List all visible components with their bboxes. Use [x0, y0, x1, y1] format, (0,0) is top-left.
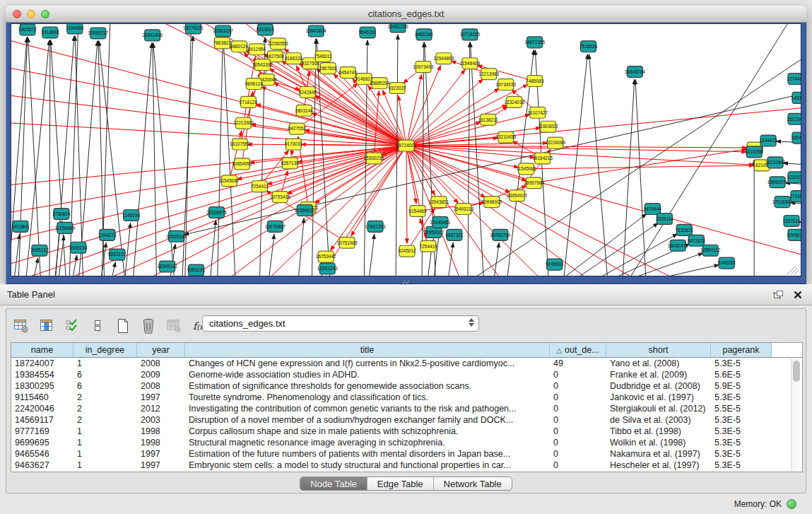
graph-node-label: 11156889	[55, 226, 75, 230]
graph-node-label: 14671355	[524, 40, 545, 45]
column-header-label: out_de...	[565, 345, 599, 355]
table-tabs: Node TableEdge TableNetwork Table	[6, 477, 806, 491]
graph-node-label: 8454749	[339, 70, 358, 75]
cell-title: Estimation of the future numbers of pati…	[185, 448, 550, 460]
cell-name: 22420046	[11, 403, 73, 414]
tab-node-table[interactable]: Node Table	[300, 477, 367, 490]
cell-out_degree: 0	[550, 460, 606, 471]
graph-node-label: 1167531	[783, 218, 801, 223]
graph-node-label: 9687321	[445, 233, 464, 238]
zoom-window-button[interactable]	[41, 10, 49, 18]
graph-node-label: 2803144	[295, 108, 314, 113]
graph-node-label: 12505185	[166, 234, 187, 239]
column-header-year[interactable]: year	[137, 343, 185, 357]
table-row[interactable]: 977716911998Corpus callosum shape and si…	[11, 426, 802, 437]
network-window-title: citations_edges.txt	[6, 8, 806, 19]
graph-node-label: 1394273	[98, 233, 117, 238]
graph-node-label: 9546261	[358, 30, 377, 35]
new-column-icon[interactable]	[114, 317, 132, 335]
graph-node-label: 8466160	[415, 32, 433, 37]
close-window-button[interactable]	[13, 10, 21, 18]
float-panel-icon[interactable]	[773, 290, 784, 299]
column-header-in_degree[interactable]: in_degree	[73, 343, 137, 357]
graph-node-label: 2405572	[18, 27, 37, 32]
table-row[interactable]: 2242004622012Investigating the contribut…	[11, 403, 802, 414]
column-header-name[interactable]: name	[11, 343, 73, 357]
column-header-short[interactable]: short	[606, 343, 711, 357]
table-panel-titlebar: Table Panel	[0, 284, 812, 305]
cell-short: Stergiakouli et al. (2012)	[606, 403, 711, 414]
close-panel-icon[interactable]	[794, 291, 802, 299]
tab-edge-table[interactable]: Edge Table	[367, 477, 434, 490]
graph-node-label: 15145451	[430, 220, 450, 225]
tab-network-table[interactable]: Network Table	[434, 477, 512, 490]
select-columns-icon[interactable]	[63, 317, 81, 335]
cell-title: Disruption of a novel member of a sodium…	[185, 414, 550, 426]
canvas-resize-grip[interactable]	[787, 266, 799, 274]
cell-short: Hescheler et al. (1997)	[606, 460, 711, 471]
column-header-out_degree[interactable]: △out_de...	[550, 343, 606, 357]
graph-node-label: 16782759	[490, 233, 510, 238]
cell-out_degree: 0	[550, 426, 606, 437]
table-selector[interactable]: citations_edges.txt	[202, 315, 479, 332]
memory-status-indicator[interactable]	[787, 499, 796, 509]
table-row[interactable]: 946554611997Estimation of the future num…	[11, 448, 802, 460]
column-header-label: short	[649, 345, 669, 355]
split-divider-handle[interactable]	[400, 280, 411, 286]
table-selector-value: citations_edges.txt	[209, 318, 286, 329]
clear-selection-icon[interactable]	[88, 317, 107, 335]
cell-name: 9699695	[11, 437, 73, 448]
cell-short: Wolkin et al. (1998)	[606, 437, 711, 448]
network-canvas[interactable]: 1872400776638229860124891295422260553982…	[11, 24, 801, 276]
table-mode-icon[interactable]	[12, 317, 30, 335]
cell-title: Investigating the contribution of common…	[185, 403, 550, 414]
graph-node-label: 2867608	[319, 66, 338, 71]
graph-node-label: 10655257	[88, 30, 108, 35]
graph-node-label: 11603022	[538, 124, 558, 129]
graph-node-label: 1604323	[791, 135, 801, 140]
table-row[interactable]: 911546021997Tourette syndrome. Phenomeno…	[11, 392, 802, 403]
table-vertical-scrollbar[interactable]	[791, 358, 801, 471]
cell-year: 2003	[137, 414, 185, 426]
table-row[interactable]: 1938455462009Genome-wide association stu…	[11, 369, 802, 380]
cell-in_degree: 1	[73, 460, 137, 471]
cell-title: Estimation of significance thresholds fo…	[185, 380, 550, 392]
graph-node-label: 13216089	[545, 140, 565, 145]
cell-out_degree: 49	[550, 358, 606, 369]
graph-node-label: 7632621	[676, 228, 694, 233]
graph-node-label: 20691406	[142, 33, 163, 37]
graph-node-label: 10973493	[413, 64, 434, 69]
graph-node-label: 18724007	[396, 143, 417, 148]
table-row[interactable]: 1830029562008Estimation of significance …	[11, 380, 802, 392]
show-columns-icon[interactable]	[37, 317, 56, 335]
graph-node-label: 7254411	[251, 184, 269, 189]
delete-table-icon	[165, 317, 183, 335]
table-row[interactable]: 969969511998Structural magnetic resonanc…	[11, 437, 802, 448]
column-header-pagerank[interactable]: pagerank	[711, 343, 772, 357]
graph-node-label: 9154469	[408, 209, 427, 214]
cell-in_degree: 1	[73, 426, 137, 437]
graph-node-label: 17359928	[295, 208, 315, 213]
graph-node-label: 9170031	[285, 141, 303, 146]
cell-in_degree: 2	[73, 403, 137, 414]
scrollbar-thumb[interactable]	[793, 361, 800, 382]
cell-in_degree: 2	[73, 414, 137, 426]
cell-pagerank: 5.3E-5	[711, 392, 772, 403]
table-row[interactable]: 1872400712008Changes of HCN gene express…	[11, 358, 802, 369]
cell-name: 18300295	[11, 380, 73, 392]
table-row[interactable]: 946362711997Embryonic stem cells: a mode…	[11, 460, 802, 471]
network-window-titlebar[interactable]: citations_edges.txt	[6, 6, 806, 23]
graph-node-label: 25300215	[364, 156, 384, 160]
column-header-title[interactable]: title	[185, 343, 550, 357]
graph-node-label: 10654112	[700, 247, 721, 252]
table-row[interactable]: 1456911722003Disruption of a novel membe…	[11, 414, 802, 426]
cell-in_degree: 1	[73, 448, 137, 460]
delete-column-icon[interactable]	[139, 317, 158, 335]
cell-out_degree: 0	[550, 369, 606, 380]
graph-node-label: 16954927	[507, 193, 527, 198]
graph-node-label: 9242845	[299, 90, 317, 95]
graph-node-label: 5905134	[69, 245, 88, 250]
minimize-window-button[interactable]	[27, 10, 35, 18]
graph-node-label: 16648784	[625, 69, 645, 74]
sort-asc-icon: △	[556, 346, 562, 354]
